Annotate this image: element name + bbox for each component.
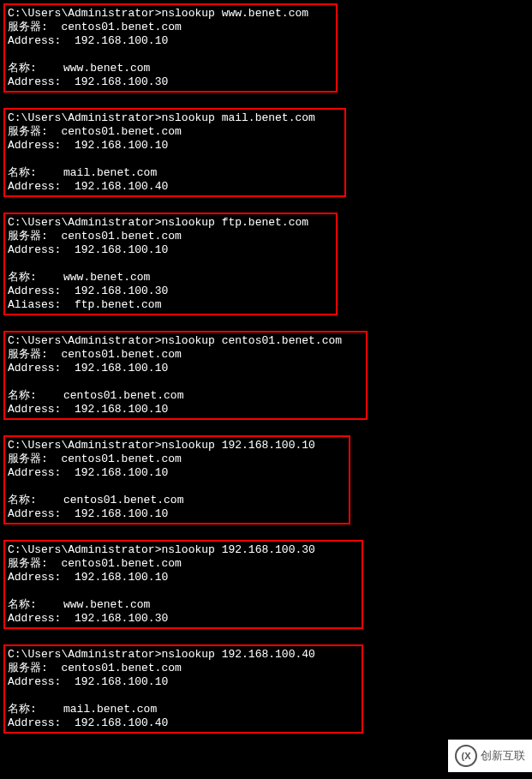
address-line: Address: 192.168.100.10: [8, 34, 333, 48]
nslookup-result-block: C:\Users\Administrator>nslookup 192.168.…: [3, 435, 350, 524]
nslookup-result-block: C:\Users\Administrator>nslookup www.bene…: [3, 3, 338, 93]
address-line: Address: 192.168.100.10: [8, 403, 363, 416]
blank-line: [8, 48, 333, 62]
blank-line: [8, 375, 363, 389]
blank-line: [8, 480, 346, 494]
name-line: 名称: www.benet.com: [8, 271, 333, 285]
name-line: 名称: mail.benet.com: [8, 703, 359, 716]
nslookup-result-block: C:\Users\Administrator>nslookup 192.168.…: [3, 644, 363, 734]
address-line: Address: 192.168.100.10: [8, 507, 346, 521]
address-line: Address: 192.168.100.30: [8, 612, 359, 626]
name-line: 名称: www.benet.com: [8, 598, 359, 612]
address-line: Address: 192.168.100.10: [8, 675, 359, 689]
name-line: 名称: centos01.benet.com: [8, 494, 346, 507]
prompt-line: C:\Users\Administrator>nslookup ftp.bene…: [8, 216, 333, 230]
address-line: Address: 192.168.100.30: [8, 285, 333, 298]
server-line: 服务器: centos01.benet.com: [8, 348, 363, 362]
prompt-line: C:\Users\Administrator>nslookup 192.168.…: [8, 648, 359, 662]
address-line: Address: 192.168.100.10: [8, 362, 363, 375]
prompt-line: C:\Users\Administrator>nslookup www.bene…: [8, 7, 333, 21]
address-line: Address: 192.168.100.10: [8, 243, 333, 257]
blank-line: [8, 257, 333, 271]
aliases-line: Aliases: ftp.benet.com: [8, 298, 333, 312]
nslookup-result-block: C:\Users\Administrator>nslookup 192.168.…: [3, 540, 363, 629]
nslookup-result-block: C:\Users\Administrator>nslookup ftp.bene…: [3, 213, 338, 315]
server-line: 服务器: centos01.benet.com: [8, 557, 359, 571]
blank-line: [8, 689, 359, 703]
nslookup-result-block: C:\Users\Administrator>nslookup mail.ben…: [3, 108, 346, 197]
name-line: 名称: centos01.benet.com: [8, 389, 363, 403]
watermark-logo-icon: (X: [455, 745, 477, 767]
address-line: Address: 192.168.100.10: [8, 571, 359, 584]
blank-line: [8, 584, 359, 598]
address-line: Address: 192.168.100.30: [8, 75, 333, 89]
address-line: Address: 192.168.100.40: [8, 180, 342, 194]
address-line: Address: 192.168.100.40: [8, 716, 359, 730]
address-line: Address: 192.168.100.10: [8, 139, 342, 153]
prompt-line: C:\Users\Administrator>nslookup centos01…: [8, 334, 363, 348]
watermark: (X 创新互联: [448, 740, 532, 772]
server-line: 服务器: centos01.benet.com: [8, 662, 359, 675]
address-line: Address: 192.168.100.10: [8, 466, 346, 480]
server-line: 服务器: centos01.benet.com: [8, 125, 342, 139]
blank-line: [8, 153, 342, 166]
name-line: 名称: www.benet.com: [8, 62, 333, 75]
name-line: 名称: mail.benet.com: [8, 166, 342, 180]
prompt-line: C:\Users\Administrator>nslookup 192.168.…: [8, 543, 359, 557]
server-line: 服务器: centos01.benet.com: [8, 21, 333, 34]
watermark-text: 创新互联: [481, 748, 525, 764]
nslookup-result-block: C:\Users\Administrator>nslookup centos01…: [3, 331, 368, 420]
server-line: 服务器: centos01.benet.com: [8, 230, 333, 243]
server-line: 服务器: centos01.benet.com: [8, 452, 346, 466]
prompt-line: C:\Users\Administrator>nslookup mail.ben…: [8, 111, 342, 125]
prompt-line: C:\Users\Administrator>nslookup 192.168.…: [8, 439, 346, 452]
